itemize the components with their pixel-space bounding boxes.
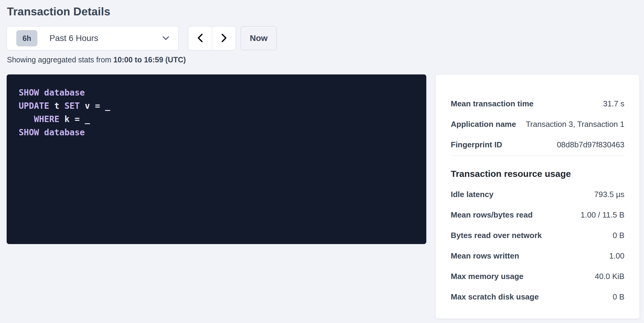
detail-row-max-scratch-disk-usage: Max scratch disk usage 0 B (451, 287, 624, 307)
detail-label: Mean transaction time (451, 99, 534, 108)
detail-value: 793.5 µs (594, 190, 624, 199)
detail-label: Mean rows written (451, 251, 519, 261)
sql-line: SHOW database (19, 86, 414, 99)
detail-row-application-name: Application name Transaction 3, Transact… (451, 114, 624, 134)
card-divider (451, 155, 624, 156)
resource-rows: Idle latency 793.5 µs Mean rows/bytes re… (451, 184, 624, 307)
detail-row-bytes-read-over-network: Bytes read over network 0 B (451, 225, 624, 246)
detail-value: 1.00 / 11.5 B (580, 210, 624, 220)
time-range-label: Past 6 Hours (49, 33, 161, 43)
sql-line: UPDATE t SET v = _ (19, 99, 414, 113)
previous-time-button[interactable] (188, 27, 212, 50)
detail-row-mean-transaction-time: Mean transaction time 31.7 s (451, 93, 624, 114)
aggregated-stats-caption: Showing aggregated stats from 10:00 to 1… (7, 55, 640, 64)
detail-value: 40.0 KiB (595, 272, 624, 281)
sql-statement-panel: SHOW database UPDATE t SET v = _ WHERE k… (7, 74, 426, 244)
time-range-badge: 6h (16, 30, 37, 46)
time-step-button-group (188, 26, 236, 50)
chevron-down-icon (161, 35, 170, 41)
detail-label: Max memory usage (451, 272, 523, 281)
chevron-right-icon (220, 33, 228, 44)
detail-row-fingerprint-id: Fingerprint ID 08d8b7d97f830463 (451, 134, 624, 155)
detail-value: 08d8b7d97f830463 (557, 140, 624, 149)
next-time-button[interactable] (212, 27, 235, 50)
sql-statement: SHOW database UPDATE t SET v = _ WHERE k… (19, 86, 414, 139)
detail-row-mean-rows-bytes-read: Mean rows/bytes read 1.00 / 11.5 B (451, 205, 624, 225)
sql-line: SHOW database (19, 126, 414, 139)
detail-value: 0 B (613, 231, 624, 240)
detail-row-mean-rows-written: Mean rows written 1.00 (451, 246, 624, 266)
detail-label: Mean rows/bytes read (451, 210, 533, 220)
detail-value: 1.00 (609, 251, 624, 261)
sql-line: WHERE k = _ (19, 113, 414, 126)
detail-label: Idle latency (451, 190, 494, 199)
stats-caption-prefix: Showing aggregated stats from (7, 55, 113, 64)
detail-row-idle-latency: Idle latency 793.5 µs (451, 184, 624, 205)
detail-label: Bytes read over network (451, 231, 542, 240)
detail-value: 31.7 s (603, 99, 624, 108)
detail-value: Transaction 3, Transaction 1 (526, 120, 624, 129)
page-title: Transaction Details (7, 5, 640, 18)
detail-value: 0 B (613, 292, 624, 302)
chevron-left-icon (196, 33, 204, 44)
now-button[interactable]: Now (241, 26, 277, 50)
time-controls: 6h Past 6 Hours (7, 26, 640, 50)
transaction-details-card: Mean transaction time 31.7 s Application… (435, 74, 640, 319)
summary-rows: Mean transaction time 31.7 s Application… (451, 93, 624, 155)
detail-label: Max scratch disk usage (451, 292, 539, 302)
detail-row-max-memory-usage: Max memory usage 40.0 KiB (451, 266, 624, 287)
transaction-details-page: Transaction Details 6h Past 6 Hours (0, 0, 644, 319)
stats-caption-range: 10:00 to 16:59 (UTC) (113, 55, 186, 64)
main-content: SHOW database UPDATE t SET v = _ WHERE k… (7, 74, 640, 319)
detail-label: Fingerprint ID (451, 140, 502, 149)
resource-usage-heading: Transaction resource usage (451, 168, 624, 180)
time-range-dropdown[interactable]: 6h Past 6 Hours (7, 26, 178, 50)
detail-label: Application name (451, 120, 516, 129)
